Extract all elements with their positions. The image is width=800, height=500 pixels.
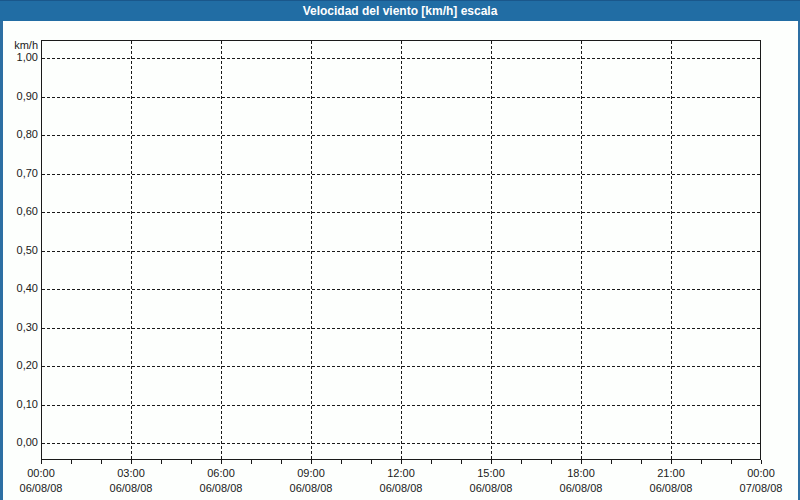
x-tick-time-label: 12:00 (356, 467, 446, 480)
x-axis-tick (131, 460, 132, 464)
x-axis-tick (461, 460, 462, 464)
x-tick-date-label: 06/08/08 (86, 482, 176, 495)
x-gridline (491, 41, 492, 459)
x-tick-date-label: 06/08/08 (536, 482, 626, 495)
y-tick-label: 0,50 (0, 244, 38, 257)
x-tick-time-label: 18:00 (536, 467, 626, 480)
x-axis-tick (221, 460, 222, 464)
x-axis-tick (281, 460, 282, 464)
x-axis-tick (341, 460, 342, 464)
y-tick-label: 0,60 (0, 205, 38, 218)
plot-area (41, 40, 761, 460)
x-axis-tick (581, 460, 582, 464)
x-tick-time-label: 09:00 (266, 467, 356, 480)
y-tick-label: 0,20 (0, 359, 38, 372)
x-axis-tick (251, 460, 252, 464)
x-axis-tick (551, 460, 552, 464)
x-axis-tick (701, 460, 702, 464)
x-tick-date-label: 06/08/08 (0, 482, 86, 495)
x-tick-time-label: 00:00 (0, 467, 86, 480)
y-tick-label: 0,00 (0, 436, 38, 449)
x-tick-time-label: 00:00 (716, 467, 800, 480)
x-tick-time-label: 03:00 (86, 467, 176, 480)
x-axis-tick (41, 460, 42, 464)
x-axis-tick (641, 460, 642, 464)
x-axis-tick (491, 460, 492, 464)
x-axis-tick (71, 460, 72, 464)
x-gridline (401, 41, 402, 459)
x-gridline (671, 41, 672, 459)
x-axis-tick (611, 460, 612, 464)
x-axis-tick (161, 460, 162, 464)
x-tick-time-label: 15:00 (446, 467, 536, 480)
x-axis-tick (761, 460, 762, 464)
x-axis-tick (431, 460, 432, 464)
x-gridline (311, 41, 312, 459)
y-tick-label: 0,90 (0, 90, 38, 103)
x-gridline (581, 41, 582, 459)
x-axis-tick (101, 460, 102, 464)
y-tick-label: 0,70 (0, 167, 38, 180)
x-axis-tick (311, 460, 312, 464)
x-axis-tick (401, 460, 402, 464)
chart-title-bar: Velocidad del viento [km/h] escala (0, 0, 800, 21)
x-tick-date-label: 06/08/08 (266, 482, 356, 495)
x-tick-date-label: 06/08/08 (446, 482, 536, 495)
x-tick-date-label: 07/08/08 (716, 482, 800, 495)
x-tick-time-label: 06:00 (176, 467, 266, 480)
x-axis-tick (731, 460, 732, 464)
x-tick-date-label: 06/08/08 (356, 482, 446, 495)
y-tick-label: 0,10 (0, 398, 38, 411)
y-tick-label: 0,30 (0, 321, 38, 334)
x-axis-tick (671, 460, 672, 464)
x-axis-tick (191, 460, 192, 464)
x-tick-time-label: 21:00 (626, 467, 716, 480)
x-axis-tick (371, 460, 372, 464)
x-gridline (131, 41, 132, 459)
y-tick-label: 1,00 (0, 51, 38, 64)
wind-speed-chart-widget: Velocidad del viento [km/h] escala km/h … (0, 0, 800, 500)
x-axis-tick (521, 460, 522, 464)
x-tick-date-label: 06/08/08 (176, 482, 266, 495)
y-tick-label: 0,80 (0, 128, 38, 141)
y-tick-label: 0,40 (0, 282, 38, 295)
x-tick-date-label: 06/08/08 (626, 482, 716, 495)
x-gridline (221, 41, 222, 459)
